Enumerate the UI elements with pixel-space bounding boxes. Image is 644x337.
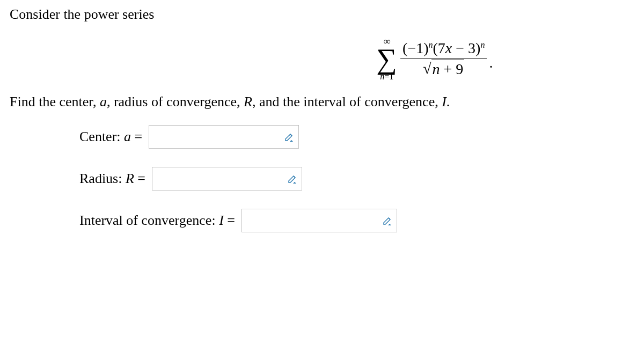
sigma-symbol: ∑ [377, 46, 398, 72]
center-row: Center: a = [79, 125, 634, 149]
center-label: Center: a = [79, 129, 142, 145]
interval-input[interactable] [241, 209, 397, 232]
radius-row: Radius: R = [79, 167, 634, 191]
intro-text: Consider the power series [10, 6, 634, 23]
answer-fields: Center: a = Radius: R = Interval of conv… [79, 125, 634, 232]
formula-block: ∞ ∑ n=1 (−1)n(7x − 3)n √n + 9 . [10, 32, 634, 81]
sigma-stack: ∞ ∑ n=1 [377, 36, 398, 81]
formula-period: . [489, 54, 493, 81]
interval-row: Interval of convergence: I = [79, 209, 634, 232]
sqrt-icon: √ [423, 60, 431, 78]
radius-input[interactable] [152, 167, 302, 191]
center-input[interactable] [149, 125, 299, 149]
fraction: (−1)n(7x − 3)n √n + 9 [400, 39, 487, 78]
numerator: (−1)n(7x − 3)n [400, 39, 487, 58]
denominator: √n + 9 [421, 58, 466, 78]
instruction-text: Find the center, a, radius of convergenc… [10, 94, 634, 110]
interval-label: Interval of convergence: I = [79, 213, 235, 229]
sigma-lower: n=1 [380, 72, 393, 81]
power-series-formula: ∞ ∑ n=1 (−1)n(7x − 3)n √n + 9 . [377, 36, 493, 81]
radius-label: Radius: R = [79, 171, 145, 187]
